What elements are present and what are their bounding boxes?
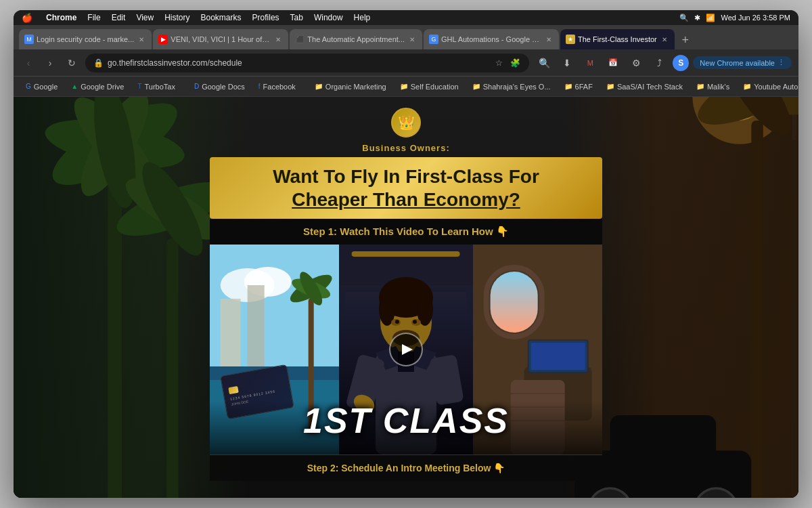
tab-1-close[interactable]: ✕	[137, 35, 146, 44]
svg-rect-25	[221, 299, 241, 366]
back-button[interactable]: ‹	[20, 55, 37, 71]
tab-5-close[interactable]: ✕	[660, 35, 669, 44]
tab-3-close[interactable]: ✕	[407, 35, 417, 44]
play-icon	[402, 344, 413, 355]
tab-5-title: The First-Class Investor	[578, 35, 657, 43]
bookmark-gdrive-label: Google Drive	[81, 83, 124, 91]
bookmark-turbotax[interactable]: T TurboTax	[132, 81, 181, 92]
google-favicon: G	[26, 83, 31, 90]
svg-rect-58	[490, 272, 537, 333]
downloads-icon[interactable]: ⬇	[558, 54, 577, 72]
refresh-button[interactable]: ↻	[64, 55, 80, 71]
tab-5[interactable]: ★ The First-Class Investor ✕	[560, 29, 675, 49]
tab-4-title: GHL Automations - Google D...	[441, 35, 541, 43]
apple-icon[interactable]: 🍎	[22, 13, 32, 23]
bookmark-shahraja[interactable]: 📁 Shahraja's Eyes O...	[467, 81, 556, 92]
extension-icon[interactable]: ⚙	[627, 54, 646, 72]
site-logo: 👑	[391, 108, 421, 137]
zoom-toolbar-icon[interactable]: 🔍	[535, 54, 554, 72]
svg-point-45	[395, 320, 399, 324]
menu-help[interactable]: Help	[354, 13, 371, 22]
bookmark-selfedu[interactable]: 📁 Self Education	[394, 81, 464, 92]
play-button[interactable]	[389, 333, 423, 366]
logo-icon: 👑	[398, 114, 415, 131]
bookmark-gdocs[interactable]: D Google Docs	[189, 81, 250, 92]
menu-edit[interactable]: Edit	[112, 13, 126, 22]
clock: Wed Jun 26 3:58 PM	[721, 14, 790, 22]
saas-favicon: 📁	[606, 83, 614, 90]
bookmark-organic-label: Organic Marketing	[325, 83, 386, 91]
bookmarks-bar: G Google ▲ Google Drive T TurboTax D Goo…	[14, 77, 798, 97]
profile-avatar[interactable]: S	[673, 55, 689, 71]
forward-button[interactable]: ›	[42, 55, 58, 71]
bookmark-turbotax-label: TurboTax	[144, 83, 175, 91]
bookmark-youtube[interactable]: 📁 Youtube Automati...	[738, 81, 798, 92]
wifi-icon: 📶	[706, 14, 715, 22]
bookmark-6faf-label: 6FAF	[575, 83, 593, 91]
bookmark-organic[interactable]: 📁 Organic Marketing	[309, 81, 392, 92]
menu-history[interactable]: History	[164, 13, 189, 22]
extensions-icon[interactable]: 🧩	[509, 57, 521, 69]
tab-bar: M Login security code - marke... ✕ ▶ VEN…	[14, 25, 798, 49]
tagline: Business Owners:	[362, 143, 449, 153]
first-class-text: 1ST CLASS	[303, 400, 509, 441]
menu-bookmarks[interactable]: Bookmarks	[201, 13, 242, 22]
bookmark-saas-label: SaaS/AI Tech Stack	[617, 83, 683, 91]
tab-2-close[interactable]: ✕	[273, 35, 283, 44]
menu-tab[interactable]: Tab	[290, 13, 303, 22]
bookmark-6faf[interactable]: 📁 6FAF	[559, 81, 598, 92]
step1-banner: Step 1: Watch This Video To Learn How 👇	[210, 219, 602, 245]
bookmark-google-label: Google	[34, 83, 58, 91]
tab-1[interactable]: M Login security code - marke... ✕	[19, 29, 152, 49]
turbotax-favicon: T	[137, 83, 141, 90]
tab-2-favicon: ▶	[158, 35, 168, 44]
bookmark-google[interactable]: G Google	[20, 81, 63, 92]
url-display: go.thefirstclassinvestor.com/schedule	[108, 58, 242, 68]
tab-2[interactable]: ▶ VENI, VIDI, VICI | 1 Hour of R... ✕	[153, 29, 288, 49]
gdocs-favicon: D	[194, 83, 199, 90]
svg-point-46	[413, 320, 417, 324]
new-chrome-button[interactable]: New Chrome available ⋮	[693, 56, 792, 69]
shahraja-favicon: 📁	[472, 83, 480, 90]
secure-icon: 🔒	[93, 58, 104, 68]
headline-line1: Want To Fly In First-Class For	[226, 165, 586, 188]
svg-rect-26	[248, 285, 265, 366]
tab-4[interactable]: G GHL Automations - Google D... ✕	[424, 29, 559, 49]
tab-4-close[interactable]: ✕	[544, 35, 554, 44]
zoom-icon: 🔍	[679, 14, 689, 22]
video-container[interactable]: 1234 5678 9012 3456 JOHN DOE	[210, 245, 602, 454]
new-chrome-chevron: ⋮	[777, 58, 785, 67]
address-icons: ☆ 🧩	[493, 57, 521, 69]
menu-view[interactable]: View	[136, 13, 154, 22]
tab-3-title: The Automatic Appointment...	[307, 35, 405, 43]
menu-window[interactable]: Window	[314, 13, 343, 22]
bookmark-selfedu-label: Self Education	[411, 83, 459, 91]
maliks-favicon: 📁	[696, 83, 704, 90]
bookmark-gdrive[interactable]: ▲ Google Drive	[66, 81, 129, 92]
bookmark-star-icon[interactable]: ☆	[493, 57, 505, 69]
gmail-icon[interactable]: M	[581, 54, 600, 72]
gcal-icon[interactable]: 📅	[604, 54, 623, 72]
headline-wrapper: Want To Fly In First-Class For Cheaper T…	[210, 157, 602, 219]
bluetooth-icon: ✱	[694, 14, 700, 22]
step1-label: Step 1: Watch This Video To Learn How 👇	[303, 226, 509, 237]
gdrive-favicon: ▲	[71, 83, 78, 90]
bookmark-fb-label: Facebook	[263, 83, 296, 91]
menu-chrome[interactable]: Chrome	[46, 13, 76, 22]
bookmark-saas[interactable]: 📁 SaaS/AI Tech Stack	[601, 81, 688, 92]
organic-favicon: 📁	[315, 83, 323, 90]
menu-file[interactable]: File	[87, 13, 100, 22]
share-icon[interactable]: ⤴	[650, 54, 669, 72]
tab-3[interactable]: ⬛ The Automatic Appointment... ✕	[290, 29, 422, 49]
menu-profiles[interactable]: Profiles	[252, 13, 279, 22]
tab-4-favicon: G	[429, 35, 438, 44]
address-input[interactable]: 🔒 go.thefirstclassinvestor.com/schedule …	[85, 54, 529, 72]
step2-banner: Step 2: Schedule An Intro Meeting Below …	[210, 454, 602, 481]
toolbar-right: 🔍 ⬇ M 📅 ⚙ ⤴ S New Chrome available ⋮	[535, 54, 792, 72]
new-chrome-label: New Chrome available	[700, 59, 775, 67]
bookmark-gdocs-label: Google Docs	[202, 83, 245, 91]
new-tab-button[interactable]: +	[676, 30, 695, 49]
bookmark-maliks[interactable]: 📁 Malik's	[691, 81, 735, 92]
bookmark-facebook[interactable]: f Facebook	[253, 81, 301, 92]
tab-1-favicon: M	[24, 35, 34, 44]
